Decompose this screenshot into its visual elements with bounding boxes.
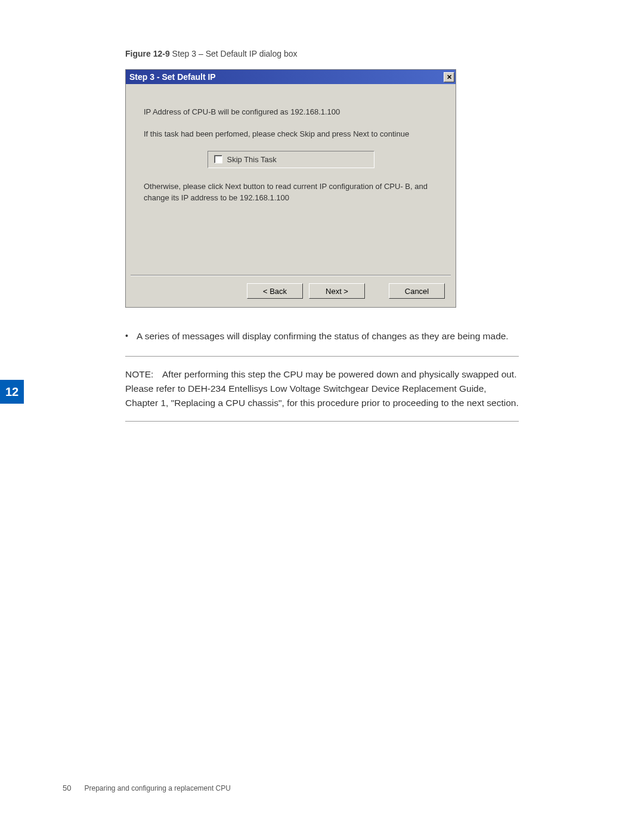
dialog-text-skip-instruction: If this task had been perfomed, please c…	[144, 129, 438, 140]
dialog-title: Step 3 - Set Default IP	[129, 72, 216, 82]
next-button[interactable]: Next >	[309, 283, 365, 299]
dialog-text-ip: IP Address of CPU-B will be configured a…	[144, 107, 438, 118]
note-block: NOTE: After performing this step the CPU…	[125, 356, 519, 422]
dialog-button-row: < Back Next > Cancel	[126, 276, 456, 307]
figure-caption-label: Figure 12-9	[125, 49, 170, 58]
page-footer: 50 Preparing and configuring a replaceme…	[63, 784, 231, 792]
bullet-icon: •	[125, 329, 128, 343]
bullet-item: • A series of messages will display conf…	[125, 329, 519, 343]
figure-caption: Figure 12-9 Step 3 – Set Default IP dial…	[125, 49, 519, 58]
chapter-tab: 12	[0, 380, 24, 404]
dialog-body: IP Address of CPU-B will be configured a…	[126, 84, 456, 275]
bullet-text: A series of messages will display confir…	[137, 329, 509, 343]
cancel-button[interactable]: Cancel	[389, 283, 445, 299]
dialog-window: Step 3 - Set Default IP ✕ IP Address of …	[125, 69, 456, 308]
skip-task-label: Skip This Task	[227, 155, 277, 164]
back-button[interactable]: < Back	[247, 283, 303, 299]
footer-title: Preparing and configuring a replacement …	[84, 784, 230, 792]
dialog-titlebar: Step 3 - Set Default IP ✕	[126, 70, 456, 84]
close-icon[interactable]: ✕	[444, 72, 454, 82]
figure-caption-text: Step 3 – Set Default IP dialog box	[170, 49, 298, 58]
skip-task-group: Skip This Task	[208, 151, 374, 168]
skip-task-checkbox[interactable]	[214, 155, 222, 163]
page-number: 50	[63, 784, 71, 792]
page-content: Figure 12-9 Step 3 – Set Default IP dial…	[125, 49, 519, 422]
dialog-text-otherwise: Otherwise, please click Next button to r…	[144, 181, 438, 204]
